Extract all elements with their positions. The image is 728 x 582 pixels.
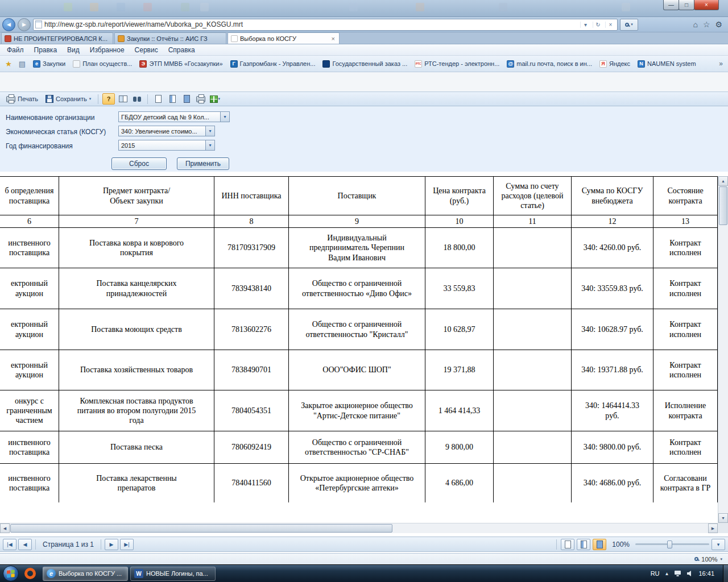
multi-page-view-button[interactable] <box>593 539 606 550</box>
table-cell: 1 464 414,33 <box>425 390 494 431</box>
table-cell: Поставка канцелярских принадлежностей <box>59 268 214 309</box>
menu-item-5[interactable]: Справка <box>163 45 200 55</box>
pinned-app-icon[interactable] <box>24 568 36 579</box>
volume-icon[interactable] <box>686 570 693 577</box>
url-field[interactable]: http://new.gz-spb.ru/report/viewer/name/… <box>33 19 618 31</box>
organization-value: ГБДОУ детский сад № 9 Кол... <box>119 114 220 120</box>
favorites-item-2[interactable]: ЭЭТП ММВБ «Госзакупки» <box>136 59 226 69</box>
add-favorite-icon[interactable]: ★ <box>2 57 15 70</box>
vertical-scroll-track[interactable] <box>718 226 728 513</box>
search-button[interactable]: ▾ <box>620 19 638 31</box>
kosgu-select[interactable]: 340: Увеличение стоимо... ▾ <box>118 126 215 136</box>
find-button[interactable] <box>131 93 143 105</box>
menu-item-0[interactable]: Файл <box>2 45 29 55</box>
help-icon: ? <box>107 95 111 102</box>
zoom-slider-thumb[interactable] <box>667 541 672 548</box>
page-full-icon <box>184 95 190 103</box>
clock[interactable]: 16:41 <box>698 570 714 577</box>
zoom-slider[interactable] <box>635 539 709 550</box>
table-cell <box>494 350 572 390</box>
close-button[interactable]: × <box>694 0 719 10</box>
favorites-item-7[interactable]: ЯЯндекс <box>596 59 634 69</box>
language-indicator[interactable]: RU <box>651 570 660 577</box>
taskbar-app-1[interactable]: WНОВЫЕ Логины, па... <box>130 567 216 581</box>
column-header-9: Поставщик <box>289 177 425 215</box>
next-page-button[interactable]: ▶ <box>105 539 118 550</box>
status-zoom-dropdown-icon[interactable]: ▾ <box>720 557 722 562</box>
favorites-item-3[interactable]: ГГазпромбанк - Управлен... <box>227 59 319 69</box>
print-button[interactable]: Печать <box>3 94 41 103</box>
tab-close-icon[interactable]: × <box>330 35 336 42</box>
favorites-list-icon[interactable]: ▤ <box>16 57 28 70</box>
vertical-scroll-thumb[interactable] <box>719 186 727 225</box>
browser-tab-1[interactable]: Закупки :: Отчёты :: АИС ГЗ <box>114 32 226 44</box>
show-desktop-button[interactable] <box>723 565 728 582</box>
menu-item-2[interactable]: Вид <box>62 45 85 55</box>
horizontal-scroll-track[interactable] <box>393 523 708 533</box>
pagination-separator <box>101 539 101 550</box>
table-row-7: инственного поставщикаПоставка лекарстве… <box>0 464 718 502</box>
menu-item-1[interactable]: Правка <box>29 45 63 55</box>
word-icon: W <box>134 569 143 578</box>
help-button[interactable]: ? <box>102 93 115 105</box>
continuous-view-button[interactable] <box>577 539 590 550</box>
whole-page-view-button[interactable] <box>180 93 193 105</box>
reset-button[interactable]: Сброс <box>111 157 167 170</box>
scroll-left-icon[interactable]: ◀ <box>0 523 10 533</box>
column-number-11: 11 <box>494 215 572 228</box>
prev-page-button[interactable]: ◀ <box>18 539 32 550</box>
zoom-dropdown-button[interactable]: ▾ <box>712 539 725 550</box>
one-page-view-button[interactable] <box>166 93 179 105</box>
table-cell: инственного поставщика <box>0 431 59 464</box>
favorites-item-6[interactable]: @mail.ru почта, поиск в ин... <box>503 59 595 69</box>
overflow-chevron-icon[interactable]: » <box>716 60 726 68</box>
scroll-down-icon[interactable]: ▼ <box>718 513 728 523</box>
minimize-button[interactable]: — <box>663 0 679 10</box>
forward-button[interactable]: ▶ <box>18 18 31 31</box>
back-button[interactable]: ◀ <box>2 18 15 31</box>
year-select[interactable]: 2015 ▾ <box>118 140 215 151</box>
parameters-button[interactable] <box>117 93 129 105</box>
start-button[interactable] <box>3 566 19 581</box>
apply-button[interactable]: Применить <box>177 157 229 170</box>
settings-gear-icon[interactable]: ⚙ <box>715 20 722 29</box>
vertical-scrollbar[interactable]: ▲ ▼ <box>718 176 728 523</box>
home-icon[interactable]: ⌂ <box>693 20 697 29</box>
favorites-star-icon[interactable]: ☆ <box>703 20 710 29</box>
browser-tab-0[interactable]: НЕ ПРОИНТЕГРИРОВАЛСЯ К... <box>1 32 113 44</box>
export-button[interactable]: ▾ <box>209 93 221 105</box>
hidden-icons-chevron-icon[interactable]: ▲ <box>665 571 669 576</box>
page-setup-button[interactable] <box>152 93 164 105</box>
scroll-right-icon[interactable]: ▶ <box>708 523 718 533</box>
favorites-item-0[interactable]: eЗакупки <box>30 59 69 69</box>
table-cell: 10 628,97 <box>425 309 494 350</box>
browser-tab-2[interactable]: Выборка по КОСГУ× <box>228 32 340 44</box>
favorites-item-8[interactable]: NNAUMEN system <box>634 59 700 69</box>
menu-item-4[interactable]: Сервис <box>130 45 163 55</box>
single-page-view-button[interactable] <box>561 539 574 550</box>
favorites-item-1[interactable]: План осуществ... <box>69 59 135 69</box>
refresh-icon[interactable]: ↻ <box>593 22 603 28</box>
organization-label: Наименование организации <box>6 114 94 122</box>
save-button[interactable]: Сохранить ▾ <box>43 94 94 104</box>
taskbar-app-0[interactable]: eВыборка по КОСГУ ... <box>43 567 128 581</box>
first-page-button[interactable]: |◀ <box>3 539 16 550</box>
scroll-up-icon[interactable]: ▲ <box>718 176 728 186</box>
maximize-button[interactable]: □ <box>679 0 694 10</box>
favorite-label: Государственный заказ ... <box>332 60 407 67</box>
search-icon <box>625 23 629 27</box>
network-icon[interactable] <box>674 570 681 577</box>
print-preview-button[interactable] <box>195 93 207 105</box>
favorites-items: eЗакупкиПлан осуществ...ЭЭТП ММВБ «Госза… <box>30 59 715 69</box>
stop-icon[interactable]: × <box>605 22 615 28</box>
horizontal-scrollbar[interactable]: ◀ ▶ <box>0 523 718 533</box>
url-dropdown-icon[interactable]: ▾ <box>580 22 590 28</box>
page-favicon <box>35 20 42 28</box>
last-page-button[interactable]: ▶| <box>120 539 134 550</box>
horizontal-scroll-thumb[interactable] <box>10 524 392 533</box>
menu-item-3[interactable]: Избранное <box>85 45 130 55</box>
favorites-item-5[interactable]: РТСРТС-тендер - электронн... <box>411 59 503 69</box>
organization-select[interactable]: ГБДОУ детский сад № 9 Кол... ▾ <box>118 111 230 122</box>
system-tray: RU ▲ 16:41 <box>651 565 728 582</box>
favorites-item-4[interactable]: Государственный заказ ... <box>319 59 411 69</box>
